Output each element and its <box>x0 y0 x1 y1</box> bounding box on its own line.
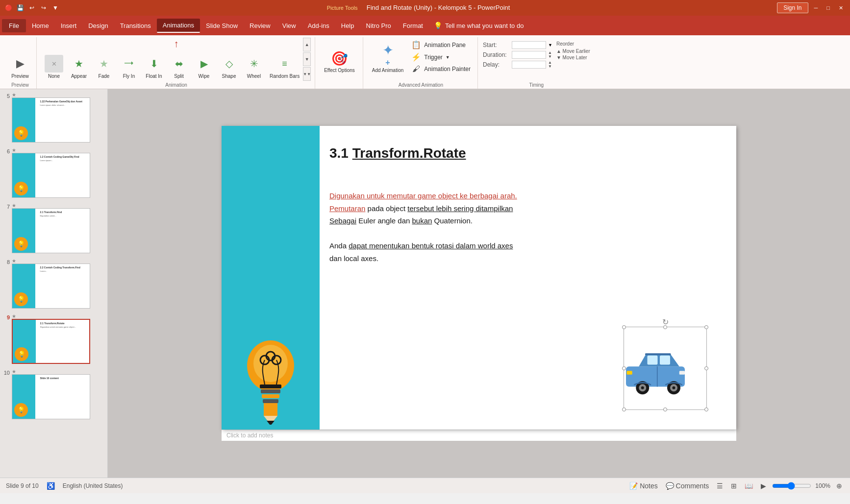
duration-down-arrow[interactable]: ▼ <box>548 55 552 59</box>
slideshow-icon[interactable]: ▶ <box>759 481 768 491</box>
scroll-up-button[interactable]: ▲ <box>303 38 311 51</box>
notes-area[interactable]: Click to add notes <box>222 430 736 441</box>
animation-pane-button[interactable]: 📋 Animation Pane <box>408 39 474 50</box>
redo-icon[interactable]: ↪ <box>39 3 48 12</box>
animation-flyin-button[interactable]: ⭢ Fly In <box>117 53 141 81</box>
menu-insert[interactable]: Insert <box>55 19 83 32</box>
handle-topright[interactable] <box>704 325 708 329</box>
normal-view-icon[interactable]: ☰ <box>715 481 725 491</box>
menu-nitropro[interactable]: Nitro Pro <box>360 19 397 32</box>
minimize-button[interactable]: ─ <box>811 4 821 12</box>
slide-thumb-5[interactable]: 1.22 Perkenalan GameObj dan Asset Lorem … <box>12 97 90 143</box>
handle-bottomright[interactable] <box>704 408 708 411</box>
start-input[interactable] <box>512 41 546 49</box>
car-svg <box>619 336 692 400</box>
menu-design[interactable]: Design <box>82 19 114 32</box>
animation-split-button[interactable]: ⬌ Split <box>167 53 191 81</box>
slide-thumb-8[interactable]: 2.2 Contoh Coding Transform.Find Lorem..… <box>12 264 90 309</box>
menu-slideshow[interactable]: Slide Show <box>200 19 244 32</box>
red-arrow-indicator: ↑ <box>174 38 179 49</box>
sign-in-button[interactable]: Sign In <box>777 2 808 13</box>
slide-item-9[interactable]: 9 ★ 2.1 Transform.Rotate Digunakan untuk… <box>2 312 105 365</box>
slide-item-10[interactable]: 10 ★ Slide 10 content 💡 <box>2 368 105 420</box>
animation-painter-button[interactable]: 🖌 Animation Painter <box>408 64 474 74</box>
slide-sorter-icon[interactable]: ⊞ <box>729 481 739 491</box>
menu-animations[interactable]: Animations <box>157 19 200 33</box>
effect-options-label: Effect Options <box>324 68 355 73</box>
handle-topmid[interactable] <box>663 325 667 329</box>
scroll-more-button[interactable]: ▼▼ <box>303 67 311 81</box>
slide-item-5[interactable]: 5 ★ 1.22 Perkenalan GameObj dan Asset Lo… <box>2 91 105 144</box>
slide-thumb-6[interactable]: 1.2 Contoh Coding GameObj Find Lorem ips… <box>12 153 90 198</box>
handle-bottommid[interactable] <box>663 408 667 411</box>
undo-icon[interactable]: ↩ <box>27 3 36 12</box>
slide-canvas[interactable]: 3.1 Transform.Rotate Digunakan untuk mem… <box>222 126 736 430</box>
customize-qat-icon[interactable]: ▼ <box>51 3 60 12</box>
fit-window-icon[interactable]: ⊕ <box>834 481 844 491</box>
flyin-icon: ⭢ <box>120 55 138 72</box>
handle-bottomleft[interactable] <box>622 408 626 411</box>
close-button[interactable]: ✕ <box>836 4 846 12</box>
slide-num-5: 5 <box>3 92 10 99</box>
reading-view-icon[interactable]: 📖 <box>743 481 755 491</box>
trigger-button[interactable]: ⚡ Trigger ▼ <box>408 51 474 63</box>
delay-label: Delay: <box>483 61 510 68</box>
quick-access-toolbar: 🔴 💾 ↩ ↪ ▼ <box>4 3 60 12</box>
body-text-5: bukan <box>412 216 432 225</box>
menu-review[interactable]: Review <box>244 19 276 32</box>
zoom-slider[interactable] <box>772 482 811 490</box>
animation-shape-button[interactable]: ◇ Shape <box>217 53 241 81</box>
handle-midright[interactable] <box>704 366 708 370</box>
slide-thumb-9[interactable]: 2.1 Transform.Rotate Digunakan untuk mem… <box>12 319 90 364</box>
language-status: English (United States) <box>63 482 123 489</box>
slide-star-9: ★ <box>12 313 16 319</box>
animation-appear-button[interactable]: ★ Appear <box>67 53 91 81</box>
effect-options-button[interactable]: 🎯 Effect Options <box>320 48 359 81</box>
menu-view[interactable]: View <box>276 19 302 32</box>
menu-addins[interactable]: Add-ins <box>302 19 335 32</box>
preview-button[interactable]: ▶ Preview <box>8 53 32 81</box>
menu-home[interactable]: Home <box>26 19 55 32</box>
rotate-handle[interactable]: ↻ <box>662 317 669 327</box>
ribbon: ▶ Preview Preview ✕ None ★ Appear ★ Fade <box>0 35 850 89</box>
menu-file[interactable]: File <box>2 19 26 32</box>
slide-item-7[interactable]: 7 ★ 2.1 Transform.Find Digunakan untuk..… <box>2 202 105 254</box>
lightbulb-illustration <box>226 327 315 425</box>
animation-wipe-button[interactable]: ▶ Wipe <box>192 53 216 81</box>
trigger-label: Trigger <box>424 54 443 61</box>
preview-icon: ▶ <box>11 55 29 72</box>
preview-label: Preview <box>11 73 29 79</box>
save-icon[interactable]: 💾 <box>16 3 25 12</box>
animation-randombars-button[interactable]: ≡ Random Bars <box>267 53 302 81</box>
menu-format[interactable]: Format <box>397 19 429 32</box>
move-earlier-button[interactable]: ▲ Move Earlier <box>556 48 590 54</box>
start-dropdown-icon[interactable]: ▼ <box>548 43 552 48</box>
animation-fade-button[interactable]: ★ Fade <box>92 53 116 81</box>
animation-floatin-button[interactable]: ⬇ Float In <box>142 53 166 81</box>
menu-transitions[interactable]: Transitions <box>114 19 157 32</box>
animation-painter-label: Animation Painter <box>424 66 471 72</box>
car-illustration <box>619 336 692 400</box>
animation-wheel-button[interactable]: ✳ Wheel <box>242 53 266 81</box>
tell-me-section[interactable]: 💡 Tell me what you want to do <box>434 22 524 29</box>
duration-arrows: ▲ ▼ <box>548 51 552 59</box>
menu-help[interactable]: Help <box>335 19 360 32</box>
move-later-button[interactable]: ▼ Move Later <box>556 55 590 60</box>
duration-input[interactable] <box>512 51 546 59</box>
handle-topleft[interactable] <box>622 325 626 329</box>
notes-button[interactable]: 📝 Notes <box>627 481 659 491</box>
delay-down-arrow[interactable]: ▼ <box>548 65 552 69</box>
slide-thumb-7[interactable]: 2.1 Transform.Find Digunakan untuk... 💡 <box>12 208 90 253</box>
delay-input[interactable] <box>512 61 546 69</box>
slide-item-6[interactable]: 6 ★ 1.2 Contoh Coding GameObj Find Lorem… <box>2 146 105 199</box>
slides-panel[interactable]: 5 ★ 1.22 Perkenalan GameObj dan Asset Lo… <box>0 89 108 478</box>
comments-button[interactable]: 💬 Comments <box>664 481 711 491</box>
scroll-down-button[interactable]: ▼ <box>303 52 311 66</box>
slide-thumb-10[interactable]: Slide 10 content 💡 <box>12 374 90 419</box>
add-animation-button[interactable]: ✦ + Add Animation <box>368 39 408 81</box>
slide-item-8[interactable]: 8 ★ 2.2 Contoh Coding Transform.Find Lor… <box>2 257 105 310</box>
start-label: Start: <box>483 42 510 48</box>
maximize-button[interactable]: □ <box>824 4 833 12</box>
animation-none-button[interactable]: ✕ None <box>42 53 66 81</box>
accessibility-icon[interactable]: ♿ <box>45 481 57 491</box>
